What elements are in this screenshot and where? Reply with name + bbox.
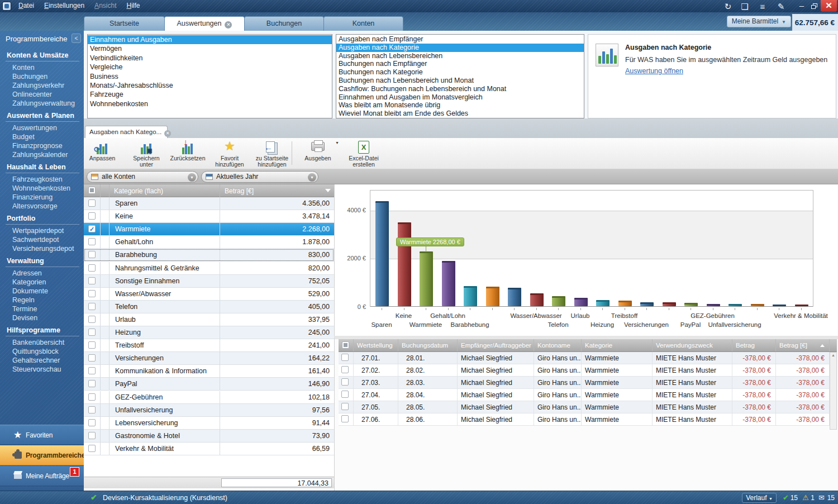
report-group-item[interactable]: Wohnnebenkosten	[88, 99, 332, 108]
column-header-wertstellung[interactable]: Wertstellung	[354, 339, 398, 351]
row-checkbox[interactable]	[88, 367, 96, 374]
chart-bar[interactable]	[530, 293, 544, 306]
document-tab[interactable]: Ausgaben nach Katego...✕	[85, 126, 168, 138]
report-group-item[interactable]: Monats/-Jahresabschlüsse	[88, 81, 332, 90]
toolbar-print-button[interactable]: ▼Ausgeben	[296, 140, 340, 168]
row-checkbox[interactable]	[341, 391, 349, 398]
tab-konten[interactable]: Konten	[323, 16, 403, 31]
category-row[interactable]: Wasser/Abwasser529,00	[84, 288, 334, 301]
transaction-row[interactable]: 27.01.28.01.Michael SiegfriedGiro Hans u…	[339, 352, 830, 364]
report-type-item[interactable]: Ausgaben nach Empfänger	[336, 35, 584, 44]
transaction-row[interactable]: 27.05.28.05.Michael SiegfriedGiro Hans u…	[339, 401, 830, 413]
sidebar-item-finanzierung[interactable]: Finanzierung	[0, 193, 84, 202]
report-type-item[interactable]: Wieviel Monat bleibt am Ende des Geldes	[336, 110, 584, 118]
sidebar-item-termine[interactable]: Termine	[0, 305, 84, 313]
close-button[interactable]: ✕	[821, 0, 837, 12]
report-group-item[interactable]: Vergleiche	[88, 63, 332, 72]
chart-bar[interactable]	[442, 261, 455, 306]
chart-bar[interactable]	[707, 304, 720, 306]
report-type-item[interactable]: Cashflow: Buchungen nach Lebensbereich u…	[336, 85, 584, 93]
column-header-betrag[interactable]: Betrag [€]	[220, 184, 334, 197]
column-header-kategorie[interactable]: Kategorie	[582, 339, 653, 351]
toolbar-reset-button[interactable]: ↓Zurücksetzen	[163, 140, 213, 168]
sidebar-item-budget[interactable]: Budget	[0, 132, 84, 141]
column-header-betrag[interactable]: Betrag	[732, 339, 776, 351]
category-row[interactable]: Urlaub337,95	[84, 313, 334, 326]
sidebar-item-meine-auftraege[interactable]: Meine Aufträge1	[0, 466, 84, 486]
chart-bar[interactable]	[574, 298, 588, 306]
report-type-listbox[interactable]: Ausgaben nach EmpfängerAusgaben nach Kat…	[336, 34, 584, 118]
transaction-row[interactable]: 27.06.28.06.Michael SiegfriedGiro Hans u…	[339, 413, 830, 426]
sidebar-item-wertpapierdepot[interactable]: Wertpapierdepot	[0, 226, 84, 235]
sidebar-item-wohnnebenkosten[interactable]: Wohnnebenkosten	[0, 184, 84, 193]
sidebar-item-quittungsblock[interactable]: Quittungsblock	[0, 347, 84, 356]
row-checkbox[interactable]	[88, 238, 96, 245]
category-row[interactable]: Barabhebung830,00	[84, 249, 334, 261]
sidebar-item-onlinecenter[interactable]: Onlinecenter	[0, 90, 84, 99]
report-type-item[interactable]: Buchungen nach Kategorie	[336, 68, 584, 77]
sidebar-item-adressen[interactable]: Adressen	[0, 269, 84, 278]
chart-bar[interactable]	[398, 222, 411, 306]
refresh-icon[interactable]: ↻	[722, 2, 734, 12]
report-type-item[interactable]: Was bleibt am Monatsende übrig	[336, 101, 584, 110]
row-checkbox[interactable]	[88, 199, 96, 207]
sidebar-item-programmbereiche[interactable]: Programmbereiche	[0, 445, 84, 465]
sidebar-item-konten[interactable]: Konten	[0, 63, 84, 72]
chart-bar[interactable]	[795, 305, 808, 306]
menu-datei[interactable]: Datei	[13, 0, 39, 12]
chart-bar[interactable]	[464, 286, 477, 306]
row-checkbox[interactable]	[88, 419, 96, 426]
category-row[interactable]: Sonstige Einnahmen752,05	[84, 275, 334, 288]
sidebar-item-bankenübersicht[interactable]: Bankenübersicht	[0, 338, 84, 347]
sidebar-item-dokumente[interactable]: Dokumente	[0, 287, 84, 296]
sidebar-item-altersvorsorge[interactable]: Altersvorsorge	[0, 202, 84, 211]
sidebar-item-finanzprognose[interactable]: Finanzprognose	[0, 141, 84, 150]
category-row[interactable]: ✓Warmmiete2.268,00	[84, 223, 334, 236]
sidebar-item-devisen[interactable]: Devisen	[0, 313, 84, 322]
chart-bar[interactable]	[596, 300, 610, 306]
report-group-listbox[interactable]: Einnahmen und AusgabenVermögenVerbindlic…	[87, 34, 332, 118]
edit-icon[interactable]: ✎	[775, 2, 787, 12]
sidebar-item-versicherungsdepot[interactable]: Versicherungsdepot	[0, 244, 84, 253]
sidebar-item-gehaltsrechner[interactable]: Gehaltsrechner	[0, 356, 84, 365]
row-checkbox[interactable]	[88, 445, 96, 452]
column-header-empf-nger-auftraggeber[interactable]: Empfänger/Auftraggeber	[458, 339, 534, 351]
transaction-row[interactable]: 27.02.28.02.Michael SiegfriedGiro Hans u…	[339, 364, 830, 377]
scrollbar[interactable]	[830, 352, 837, 430]
row-checkbox[interactable]	[88, 264, 96, 272]
category-row[interactable]: Nahrungsmittel & Getränke820,00	[84, 262, 334, 275]
transaction-row[interactable]: 27.03.28.03.Michael SiegfriedGiro Hans u…	[339, 377, 830, 389]
row-checkbox[interactable]	[88, 329, 96, 336]
row-checkbox[interactable]	[88, 290, 96, 297]
row-checkbox[interactable]	[88, 406, 96, 413]
select-all-checkbox[interactable]	[88, 187, 96, 194]
close-icon[interactable]: ✕	[225, 21, 232, 28]
sidebar-item-auswertungen[interactable]: Auswertungen	[0, 123, 84, 132]
report-type-item[interactable]: Einnahmen und Ausgaben im Monatsvergleic…	[336, 93, 584, 102]
chart-bar[interactable]	[751, 304, 764, 306]
category-row[interactable]: Heizung245,00	[84, 326, 334, 339]
row-checkbox[interactable]	[341, 366, 349, 373]
cash-selector-dropdown[interactable]: Meine Barmittel▼	[727, 16, 791, 27]
category-row[interactable]: Sparen4.356,00	[84, 197, 334, 210]
chart-bar[interactable]	[420, 251, 433, 306]
report-group-item[interactable]: Verbindlichkeiten	[88, 54, 332, 63]
column-header-betrag-[interactable]: Betrag [€]	[776, 339, 830, 351]
row-checkbox[interactable]	[88, 212, 96, 220]
category-row[interactable]: Gastronomie & Hotel73,90	[84, 430, 334, 443]
chart-bar[interactable]	[663, 302, 676, 306]
open-window-icon[interactable]: ❏	[739, 2, 750, 12]
row-checkbox[interactable]	[88, 354, 96, 362]
toolbar-save-button[interactable]: ▣Speichernunter	[125, 140, 168, 168]
sidebar-item-favoriten[interactable]: ★Favoriten	[0, 425, 84, 445]
sidebar-item-steuervorschau[interactable]: Steuervorschau	[0, 365, 84, 374]
category-row[interactable]: Treibstoff241,00	[84, 339, 334, 352]
category-row[interactable]: Verkehr & Mobilität66,59	[84, 443, 334, 455]
row-checkbox[interactable]	[341, 354, 349, 361]
minimize-button[interactable]: –	[796, 1, 807, 10]
report-group-item[interactable]: Einnahmen und Ausgaben	[88, 35, 332, 44]
transaction-row[interactable]: 27.04.28.04.Michael SiegfriedGiro Hans u…	[339, 389, 830, 401]
chart-bar[interactable]	[486, 287, 499, 306]
sidebar-item-zahlungsverwaltung[interactable]: Zahlungsverwaltung	[0, 99, 84, 108]
tab-auswertungen[interactable]: Auswertungen✕	[164, 16, 245, 31]
